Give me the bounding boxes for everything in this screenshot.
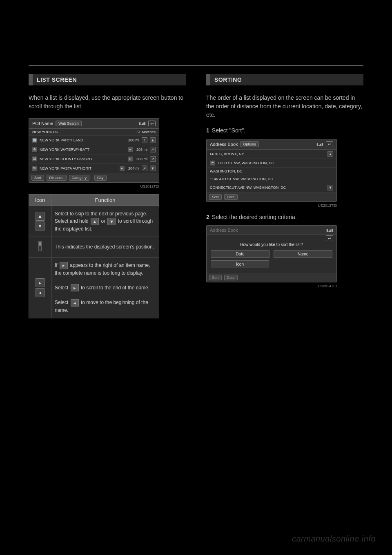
- poi-row-distance: 200 mi: [127, 138, 139, 142]
- poi-row[interactable]: 🏛 NEW YORK COUNTY PASSPO ▸ 203 mi ↗: [29, 154, 159, 164]
- scroll-right-icon: ▸: [60, 262, 68, 269]
- addr-row-text: WASHINGTON, DC: [210, 169, 333, 173]
- direction-arrow-icon: ↗: [150, 156, 156, 162]
- func-skip-text: Select to skip to the next or previous p…: [55, 211, 147, 217]
- table-function-cell: Select to skip to the next or previous p…: [51, 206, 159, 237]
- step-number: 2: [206, 214, 209, 220]
- addr-title: Address Book: [210, 142, 238, 147]
- scroll-down-icon[interactable]: ▼: [327, 185, 333, 190]
- left-column: LIST SCREEN When a list is displayed, us…: [29, 74, 186, 318]
- sort-by-name-button[interactable]: Name: [274, 250, 332, 258]
- poi-row-name: NEW YORK PARTY LAND: [40, 138, 125, 142]
- city-button[interactable]: City: [94, 175, 107, 181]
- step-1: 1Select "Sort".: [206, 127, 363, 135]
- poi-category-icon: 🏛: [32, 157, 37, 161]
- back-icon[interactable]: ↩: [326, 235, 333, 241]
- position-indicator-icon: [38, 241, 42, 251]
- options-button[interactable]: Options: [240, 141, 258, 147]
- date-button[interactable]: Date: [224, 275, 238, 280]
- sort-button[interactable]: Sort: [209, 275, 222, 280]
- direction-arrow-icon: ↗: [150, 147, 156, 152]
- func-r3c-pre: Select: [55, 300, 70, 305]
- addr-row[interactable]: WASHINGTON, DC: [207, 168, 336, 175]
- poi-header: POI Name Web Search ▮◢▮ ↩: [29, 119, 159, 129]
- scroll-left-icon: ◂: [71, 299, 79, 307]
- addr-row[interactable]: ⚑ 772 H ST NW, WASHINGTON, DC: [207, 159, 336, 168]
- sort-dialog-body: ↩ How would you like to sort the list? D…: [207, 235, 336, 273]
- func-r3b-pre: Select: [55, 285, 70, 291]
- addr-row-icon: ⚑: [210, 161, 215, 166]
- addr-row[interactable]: 1146 4TH ST NW, WASHINGTON, DC: [207, 175, 336, 183]
- screenshot-id-label: US2013TEI: [206, 204, 337, 208]
- icon-function-table: Icon Function ▲ ▼ Select to skip to the …: [29, 194, 159, 318]
- back-icon[interactable]: ↩: [326, 141, 333, 147]
- scroll-right-icon[interactable]: ▸: [120, 166, 125, 171]
- poi-matchbar: NEW YORK PA 51 Matches: [29, 129, 159, 136]
- func-r3a-post: appears to the right of an item name, th…: [55, 262, 150, 276]
- direction-arrow-icon: ↗: [142, 166, 147, 171]
- scroll-down-icon[interactable]: ▼: [150, 166, 156, 171]
- poi-row[interactable]: 🏢 NEW YORK PARTY LAND 200 mi ↑ ▲: [29, 136, 159, 145]
- poi-row-distance: 203 mi: [135, 148, 147, 152]
- poi-row-name: NEW YORK WATERWY-BATT: [40, 148, 125, 152]
- poi-row[interactable]: 🍽 NEW YORK PASTA AUTHORIT ▸ 204 mi ↗ ▼: [29, 164, 159, 173]
- date-button[interactable]: Date: [224, 194, 238, 200]
- direction-arrow-icon: ↑: [142, 137, 147, 143]
- sort-button[interactable]: Sort: [209, 194, 222, 200]
- page-up-icon: ▲: [91, 218, 99, 225]
- addr-footer: Sort Date: [207, 192, 336, 201]
- distance-button[interactable]: Distance: [47, 175, 67, 181]
- addr-row-text: CONNECTICUT AVE NW, WASHINGTON, DC: [210, 186, 325, 190]
- poi-row-distance: 203 mi: [135, 157, 147, 161]
- scroll-right-icon[interactable]: ▸: [128, 147, 133, 152]
- scroll-up-icon[interactable]: ▲: [327, 151, 333, 157]
- page-down-icon: ▼: [107, 218, 116, 225]
- table-icon-cell: [29, 237, 51, 257]
- table-function-cell: If ▸ appears to the right of an item nam…: [51, 257, 159, 318]
- scroll-right-icon: ▸: [71, 284, 79, 291]
- signal-icon: ▮◢▮: [316, 142, 323, 146]
- scroll-left-icon: ◂: [36, 288, 45, 297]
- web-search-button[interactable]: Web Search: [56, 121, 81, 126]
- scroll-right-icon[interactable]: ▸: [128, 157, 133, 161]
- poi-name-screenshot: POI Name Web Search ▮◢▮ ↩ NEW YORK PA 51…: [29, 118, 159, 183]
- table-header-function: Function: [51, 195, 159, 206]
- signal-icon: ▮◢▮: [139, 121, 146, 125]
- poi-category-icon: 🏢: [32, 138, 37, 143]
- poi-row[interactable]: ⛴ NEW YORK WATERWY-BATT ▸ 203 mi ↗: [29, 145, 159, 154]
- scroll-up-icon[interactable]: ▲: [150, 137, 156, 143]
- sorting-intro: The order of a list displayed on the scr…: [206, 94, 363, 119]
- sort-dialog-screenshot: Address Book ▮◢▮ ↩ How would you like to…: [206, 225, 337, 282]
- table-header-icon: Icon: [29, 195, 51, 206]
- sortdlg-title: Address Book: [210, 228, 238, 233]
- addr-row-text: 772 H ST NW, WASHINGTON, DC: [217, 161, 333, 165]
- sortdlg-footer: Sort Date: [207, 273, 336, 282]
- page-up-icon: ▲: [36, 212, 45, 221]
- step-text: Select "Sort".: [212, 127, 245, 134]
- category-button[interactable]: Category: [69, 175, 90, 181]
- poi-category-icon: 🍽: [32, 166, 37, 171]
- list-screen-intro: When a list is displayed, use the approp…: [29, 94, 186, 111]
- sort-by-date-button[interactable]: Date: [211, 250, 270, 258]
- func-r3a-pre: If: [55, 262, 59, 268]
- back-icon[interactable]: ↩: [148, 121, 156, 126]
- addr-row[interactable]: CONNECTICUT AVE NW, WASHINGTON, DC ▼: [207, 183, 336, 192]
- sort-button[interactable]: Sort: [31, 175, 44, 181]
- sort-question: How would you like to sort the list?: [211, 242, 332, 247]
- screenshot-id-label: US2014TEI: [206, 284, 337, 288]
- poi-row-name: NEW YORK PASTA AUTHORIT: [40, 166, 117, 170]
- section-heading-sorting: SORTING: [206, 74, 363, 85]
- scroll-right-icon: ▸: [36, 278, 45, 287]
- poi-title: POI Name: [32, 121, 53, 126]
- top-rule: [29, 65, 363, 66]
- step-number: 1: [206, 127, 209, 134]
- section-heading-list-screen: LIST SCREEN: [29, 74, 186, 85]
- table-function-cell: This indicates the displayed screen's po…: [51, 237, 159, 257]
- sort-by-icon-button[interactable]: Icon: [211, 260, 269, 268]
- addr-header: Address Book Options ▮◢▮ ↩: [207, 139, 336, 150]
- poi-row-name: NEW YORK COUNTY PASSPO: [40, 157, 125, 161]
- table-icon-cell: ▲ ▼: [29, 206, 51, 237]
- poi-matches: 51 Matches: [136, 130, 156, 134]
- addr-row[interactable]: I-678 S, BRONX, NY ▲: [207, 150, 336, 159]
- signal-icon: ▮◢▮: [326, 228, 333, 232]
